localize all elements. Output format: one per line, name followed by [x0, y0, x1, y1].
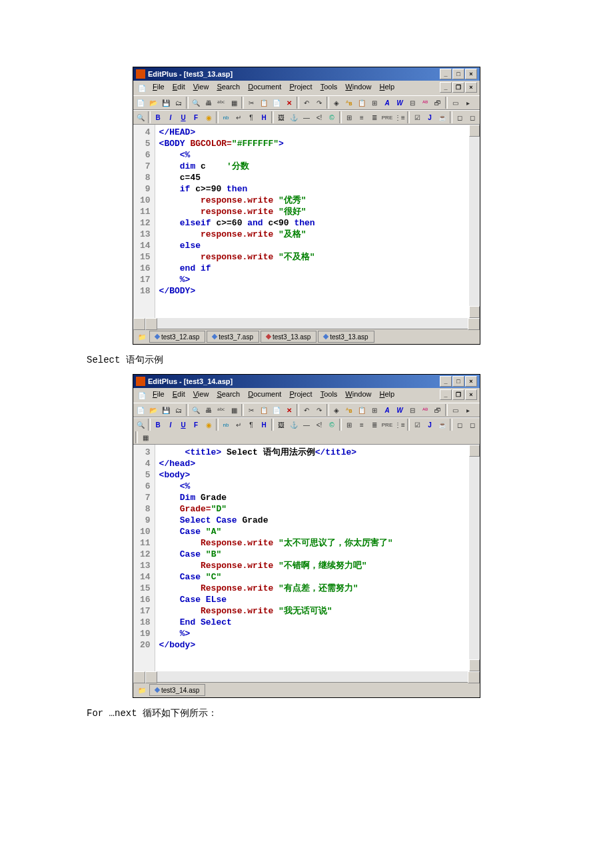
- preview-icon[interactable]: ▦: [228, 404, 240, 416]
- italic-icon[interactable]: I: [165, 419, 177, 431]
- file-tab[interactable]: test3_13.asp: [318, 331, 374, 343]
- maximize-button[interactable]: □: [452, 69, 464, 79]
- saveall-icon[interactable]: 🗂: [173, 404, 185, 416]
- tool-icon[interactable]: 🗗: [432, 97, 444, 109]
- table-icon[interactable]: ⊞: [343, 419, 355, 431]
- print-icon[interactable]: 🖶: [203, 404, 215, 416]
- open-icon[interactable]: 📂: [147, 404, 159, 416]
- applet-icon[interactable]: ☕: [436, 419, 448, 431]
- mdi-close-button[interactable]: ×: [465, 389, 477, 400]
- center-icon[interactable]: ≡: [356, 419, 368, 431]
- copy-icon[interactable]: 📋: [258, 97, 270, 109]
- tool-icon[interactable]: 🗗: [432, 404, 444, 416]
- mdi-minimize-button[interactable]: _: [440, 82, 452, 93]
- view-icon[interactable]: 🔍: [135, 111, 147, 123]
- table-icon[interactable]: ⊞: [343, 111, 355, 123]
- menu-file[interactable]: File: [149, 389, 168, 401]
- tool-icon[interactable]: ◻: [454, 419, 466, 431]
- tool-icon[interactable]: ▸: [462, 404, 474, 416]
- pre-icon[interactable]: PRE: [381, 419, 393, 431]
- mdi-minimize-button[interactable]: _: [440, 389, 452, 400]
- view-icon[interactable]: 🔍: [135, 419, 147, 431]
- tool-icon[interactable]: A: [381, 404, 393, 416]
- code-text[interactable]: <title> Select 语句用法示例</title> </head> <b…: [155, 445, 469, 671]
- menu-project[interactable]: Project: [286, 389, 315, 401]
- char-icon[interactable]: ©: [326, 419, 338, 431]
- hr-icon[interactable]: —: [301, 111, 312, 123]
- tool-icon[interactable]: ᴬʙ: [343, 404, 355, 416]
- minimize-button[interactable]: _: [440, 376, 452, 387]
- tool-icon[interactable]: ▭: [449, 404, 461, 416]
- maximize-button[interactable]: □: [452, 376, 464, 387]
- nbsp-icon[interactable]: nb: [220, 419, 232, 431]
- spell-icon[interactable]: ᵃᵇᶜ: [215, 404, 227, 416]
- copy-icon[interactable]: 📋: [258, 404, 270, 416]
- font-icon[interactable]: F: [190, 111, 202, 123]
- tool-icon[interactable]: ◈: [330, 404, 342, 416]
- tool-icon[interactable]: 🖼: [275, 111, 287, 123]
- menu-file[interactable]: File: [149, 82, 168, 94]
- scrollbar-vertical[interactable]: [469, 125, 480, 318]
- applet-icon[interactable]: ☕: [436, 111, 448, 123]
- save-icon[interactable]: 💾: [160, 404, 172, 416]
- file-tab[interactable]: test3_14.asp: [149, 684, 205, 696]
- print-icon[interactable]: 🖶: [203, 97, 215, 109]
- menu-edit[interactable]: Edit: [169, 389, 189, 401]
- undo-icon[interactable]: ↶: [301, 97, 312, 109]
- form-icon[interactable]: ☑: [411, 111, 423, 123]
- menu-document[interactable]: Document: [245, 389, 285, 401]
- code-area[interactable]: 34567891011121314151617181920 <title> Se…: [133, 445, 480, 671]
- center-icon[interactable]: ≡: [356, 111, 368, 123]
- delete-icon[interactable]: ✕: [283, 97, 295, 109]
- tool-icon[interactable]: ◻: [466, 111, 478, 123]
- menu-document[interactable]: Document: [245, 82, 285, 94]
- tool-icon[interactable]: ᴬᴮ: [419, 97, 431, 109]
- comment-icon[interactable]: <!: [313, 419, 325, 431]
- open-icon[interactable]: 📂: [147, 97, 159, 109]
- font-icon[interactable]: F: [190, 419, 202, 431]
- scrollbar-vertical[interactable]: [469, 445, 480, 671]
- tool-icon[interactable]: W: [394, 97, 406, 109]
- char-icon[interactable]: ©: [326, 111, 338, 123]
- close-button[interactable]: ×: [465, 69, 477, 79]
- code-text[interactable]: </HEAD> <BODY BGCOLOR="#FFFFFF"> <% dim …: [155, 125, 469, 318]
- mdi-close-button[interactable]: ×: [465, 82, 477, 93]
- heading-icon[interactable]: H: [258, 419, 270, 431]
- tool-icon[interactable]: A: [381, 97, 393, 109]
- bold-icon[interactable]: B: [152, 419, 164, 431]
- menu-help[interactable]: Help: [376, 389, 398, 401]
- align-icon[interactable]: ≣: [368, 419, 380, 431]
- menu-window[interactable]: Window: [342, 389, 374, 401]
- delete-icon[interactable]: ✕: [283, 404, 295, 416]
- mdi-restore-button[interactable]: ❐: [452, 82, 464, 93]
- find-icon[interactable]: 🔍: [190, 97, 202, 109]
- paste-icon[interactable]: 📄: [271, 404, 283, 416]
- br-icon[interactable]: ↵: [233, 419, 245, 431]
- menu-tools[interactable]: Tools: [317, 82, 341, 94]
- list-icon[interactable]: ⋮≡: [394, 111, 406, 123]
- menu-tools[interactable]: Tools: [317, 389, 341, 401]
- find-icon[interactable]: 🔍: [190, 404, 202, 416]
- save-icon[interactable]: 💾: [160, 97, 172, 109]
- tool-icon[interactable]: ⊞: [368, 404, 380, 416]
- scrollbar-horizontal[interactable]: [133, 671, 480, 682]
- anchor-icon[interactable]: ⚓: [288, 419, 300, 431]
- heading-icon[interactable]: H: [258, 111, 270, 123]
- redo-icon[interactable]: ↷: [313, 97, 325, 109]
- tool-icon[interactable]: ▭: [449, 97, 461, 109]
- tab-icon[interactable]: 📁: [136, 684, 148, 696]
- underline-icon[interactable]: U: [177, 419, 189, 431]
- spell-icon[interactable]: ᵃᵇᶜ: [215, 97, 227, 109]
- tool-icon[interactable]: ᴬʙ: [343, 97, 355, 109]
- tool-icon[interactable]: ◈: [330, 97, 342, 109]
- menu-view[interactable]: View: [190, 82, 213, 94]
- tool-icon[interactable]: 🖼: [275, 419, 287, 431]
- saveall-icon[interactable]: 🗂: [173, 97, 185, 109]
- cut-icon[interactable]: ✂: [245, 404, 257, 416]
- italic-icon[interactable]: I: [165, 111, 177, 123]
- tool-icon[interactable]: 📋: [356, 97, 368, 109]
- tool-icon[interactable]: ᴬᴮ: [419, 404, 431, 416]
- js-icon[interactable]: J: [424, 111, 436, 123]
- menu-search[interactable]: Search: [213, 82, 243, 94]
- anchor-icon[interactable]: ⚓: [288, 111, 300, 123]
